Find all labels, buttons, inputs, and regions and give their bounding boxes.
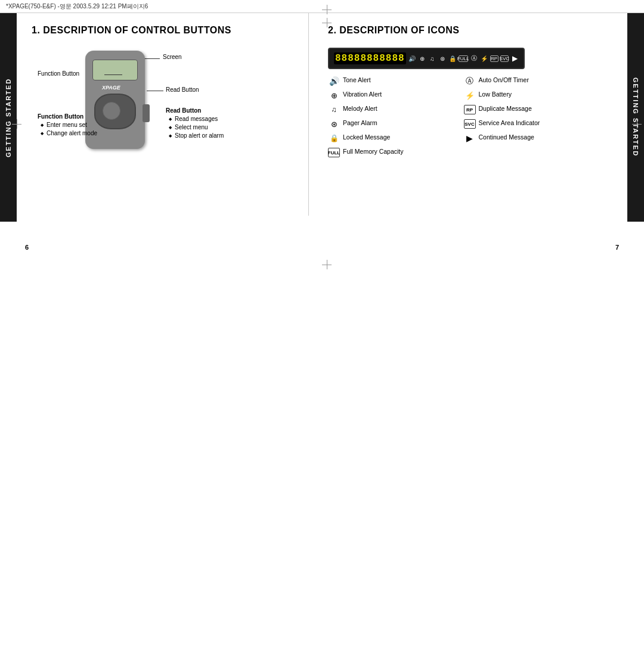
icon-row-duplicate: RP Duplicate Message — [464, 105, 594, 114]
page-number-right: 7 — [615, 244, 619, 251]
full-memory-icon: FULL — [328, 148, 340, 157]
icon-row-locked: 🔒 Locked Message — [328, 133, 458, 143]
function-button-desc: Function Button Enter menu set Change al… — [38, 113, 97, 138]
lowbat-icon-display: ⚡ — [480, 55, 488, 62]
function-button-toplabel: Function Button — [38, 70, 79, 77]
lock-icon-display: 🔒 — [448, 55, 457, 62]
icon-display-bar: 88888888888 🔊 ⊕ ♫ ⊛ 🔒 FULL Ⓐ ⚡ RP SVC ▶ — [328, 48, 525, 69]
duplicate-message-icon: RP — [464, 105, 476, 114]
locked-message-icon: 🔒 — [328, 133, 340, 143]
pager-logo: XPAGE — [102, 85, 120, 91]
function-button-bullets: Enter menu set Change alert mode — [41, 122, 97, 136]
rp-icon-display: RP — [490, 55, 499, 62]
icon-row-auto: Ⓐ Auto On/Off Timer — [464, 76, 594, 86]
melody-alert-label: Melody Alert — [343, 105, 377, 113]
icon-row-tone: 🔊 Tone Alert — [328, 76, 458, 86]
page-number-left: 6 — [25, 244, 29, 251]
pager-alarm-label: Pager Alarm — [343, 119, 377, 128]
vibration-icon: ⊕ — [418, 55, 426, 62]
read-button-desc-title: Read Button — [166, 107, 224, 114]
left-side-tab: GETTING STARTED — [0, 13, 17, 222]
seg-display: 88888888888 — [334, 52, 406, 64]
bullet-select-menu: Select menu — [169, 124, 224, 130]
read-button-bullets: Read messages Select menu Stop alert or … — [169, 116, 224, 139]
section-control-buttons: 1. DESCRIPTION OF CONTROL BUTTONS Screen… — [17, 13, 309, 191]
bullet-change-alert: Change alert mode — [41, 130, 97, 136]
right-side-tab: GETTING STARTED — [627, 13, 644, 222]
pager-illustration: Screen XPAGE Function Button F — [32, 48, 297, 179]
service-area-label: Service Area Indicator — [479, 119, 540, 128]
icon-row-pager: ⊛ Pager Alarm — [328, 119, 458, 129]
section1-title: 1. DESCRIPTION OF CONTROL BUTTONS — [32, 25, 297, 36]
continued-message-icon: ▶ — [464, 133, 476, 143]
vertical-divider — [308, 13, 309, 216]
icons-grid: 🔊 Tone Alert ⊕ Vibration Alert ♫ Melody … — [328, 76, 593, 162]
section-icons: 2. DESCRIPTION OF ICONS 88888888888 🔊 ⊕ … — [316, 13, 608, 174]
bullet-enter-menu: Enter menu set — [41, 122, 97, 128]
icons-col-right: Ⓐ Auto On/Off Timer ⚡ Low Battery RP Dup… — [464, 76, 594, 162]
melody-icon-display: ♫ — [428, 55, 436, 62]
bullet-read-messages: Read messages — [169, 116, 224, 122]
locked-message-label: Locked Message — [343, 133, 390, 142]
auto-timer-label: Auto On/Off Timer — [479, 76, 529, 85]
arrow-icon-display: ▶ — [510, 54, 519, 63]
melody-alert-icon: ♫ — [328, 105, 340, 114]
icon-row-continued: ▶ Continued Message — [464, 133, 594, 143]
function-button-desc-title: Function Button — [38, 113, 97, 120]
vibration-alert-icon: ⊕ — [328, 91, 340, 100]
full-icon-display: FULL — [459, 55, 468, 62]
screen-label: Screen — [163, 54, 182, 60]
bullet-stop-alert: Stop alert or alarm — [169, 132, 224, 139]
svc-icon-display: SVC — [500, 55, 509, 62]
full-memory-label: Full Memory Capacity — [343, 148, 404, 156]
header-text: *XPAGE(750-E&F) -영문 2003.5.29 12:21 PM페이… — [6, 2, 148, 11]
vibration-alert-label: Vibration Alert — [343, 91, 382, 99]
low-battery-icon: ⚡ — [464, 91, 476, 100]
read-button-label: Read Button — [166, 86, 199, 93]
service-area-icon: SVC — [464, 119, 476, 129]
icon-row-service: SVC Service Area Indicator — [464, 119, 594, 129]
read-button-desc: Read Button Read messages Select menu St… — [166, 107, 224, 141]
icon-row-vibration: ⊕ Vibration Alert — [328, 91, 458, 100]
pager-alarm-icon: ⊛ — [328, 119, 340, 129]
continued-message-label: Continued Message — [479, 133, 534, 142]
a-icon-display: Ⓐ — [470, 54, 478, 63]
icon-row-battery: ⚡ Low Battery — [464, 91, 594, 100]
auto-timer-icon: Ⓐ — [464, 76, 476, 86]
tone-alert-icon: 🔊 — [328, 76, 340, 86]
low-battery-label: Low Battery — [479, 91, 512, 99]
tone-alert-label: Tone Alert — [343, 76, 371, 85]
speaker-icon: 🔊 — [408, 55, 416, 62]
pager-icon-display: ⊛ — [438, 55, 447, 62]
duplicate-message-label: Duplicate Message — [479, 105, 532, 113]
icon-row-full: FULL Full Memory Capacity — [328, 148, 458, 157]
icons-col-left: 🔊 Tone Alert ⊕ Vibration Alert ♫ Melody … — [328, 76, 458, 162]
icon-row-melody: ♫ Melody Alert — [328, 105, 458, 114]
section2-title: 2. DESCRIPTION OF ICONS — [328, 25, 593, 36]
